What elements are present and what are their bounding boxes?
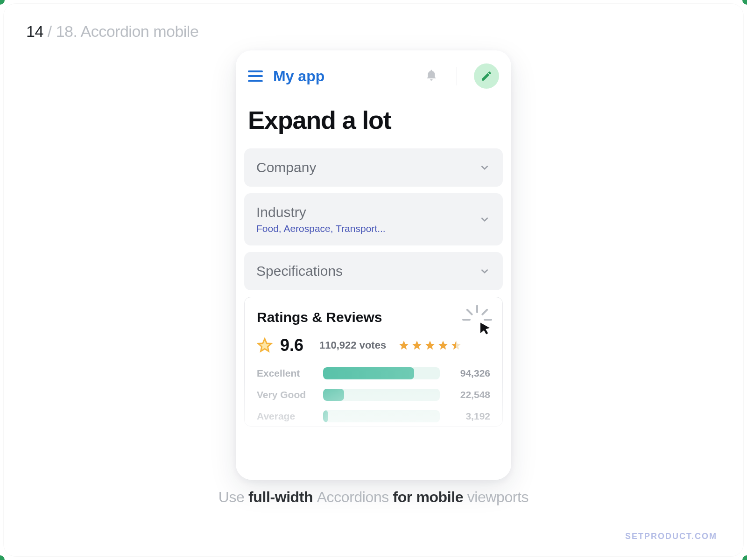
slide-total-label: / 18. Accordion mobile [43,22,199,40]
page-heading: Expand a lot [236,97,511,148]
rating-count: 94,326 [448,368,490,379]
menu-icon[interactable] [248,70,263,82]
slide-index: 14 [26,22,43,40]
ratings-breakdown: Excellent 94,326 Very Good 22,548 Averag… [257,367,490,422]
svg-marker-0 [258,339,271,351]
ratings-title: Ratings & Reviews [257,309,490,325]
rating-row-excellent: Excellent 94,326 [257,367,490,379]
rating-row-verygood: Very Good 22,548 [257,389,490,401]
ratings-stars [398,340,462,351]
chevron-down-icon [479,161,491,174]
rating-row-average: Average 3,192 [257,410,490,422]
chevron-down-icon [479,265,491,277]
accordion-list: Company Industry Food, Aerospace, Transp… [236,148,511,427]
accordion-ratings-open[interactable]: Ratings & Reviews 9.6 110,922 votes [244,297,503,427]
svg-marker-5 [451,341,461,350]
ratings-score: 9.6 [280,336,303,355]
app-title: My app [273,68,415,85]
pencil-icon [480,70,493,82]
rating-bar [323,367,440,379]
slide-canvas: 14 / 18. Accordion mobile My app Expand … [4,4,743,556]
accordion-label: Company [256,160,479,175]
cursor-icon [478,322,492,336]
svg-marker-4 [438,341,448,350]
star-icon [257,337,273,353]
star-icon [424,340,436,351]
rating-count: 3,192 [448,411,490,422]
chevron-down-icon [479,213,491,225]
rating-label: Very Good [257,389,315,400]
rating-bar [323,389,440,401]
click-indicator-icon [463,306,491,334]
rating-bar [323,410,440,422]
accordion-specifications[interactable]: Specifications [244,252,503,290]
svg-marker-2 [412,341,422,350]
svg-marker-3 [425,341,435,350]
accordion-label: Industry [256,204,479,220]
star-icon [398,340,409,351]
watermark: SETPRODUCT.COM [625,532,717,541]
bell-icon[interactable] [425,68,438,84]
slide-caption: Use full-width Accordions for mobile vie… [4,489,743,506]
accordion-industry[interactable]: Industry Food, Aerospace, Transport... [244,193,503,245]
svg-marker-1 [399,341,409,350]
star-half-icon [451,340,462,351]
accordion-company[interactable]: Company [244,148,503,187]
app-bar: My app [236,50,511,97]
accordion-label: Specifications [256,263,479,279]
rating-label: Average [257,411,315,422]
ratings-votes: 110,922 votes [319,339,386,351]
ratings-summary: 9.6 110,922 votes [257,336,490,355]
edit-button[interactable] [474,63,499,89]
accordion-subtitle: Food, Aerospace, Transport... [256,223,479,234]
rating-label: Excellent [257,368,315,379]
mobile-frame: My app Expand a lot Company Industry Foo… [236,50,511,480]
star-icon [411,340,423,351]
rating-count: 22,548 [448,389,490,400]
slide-counter: 14 / 18. Accordion mobile [26,22,198,41]
divider [457,67,457,85]
star-icon [437,340,449,351]
